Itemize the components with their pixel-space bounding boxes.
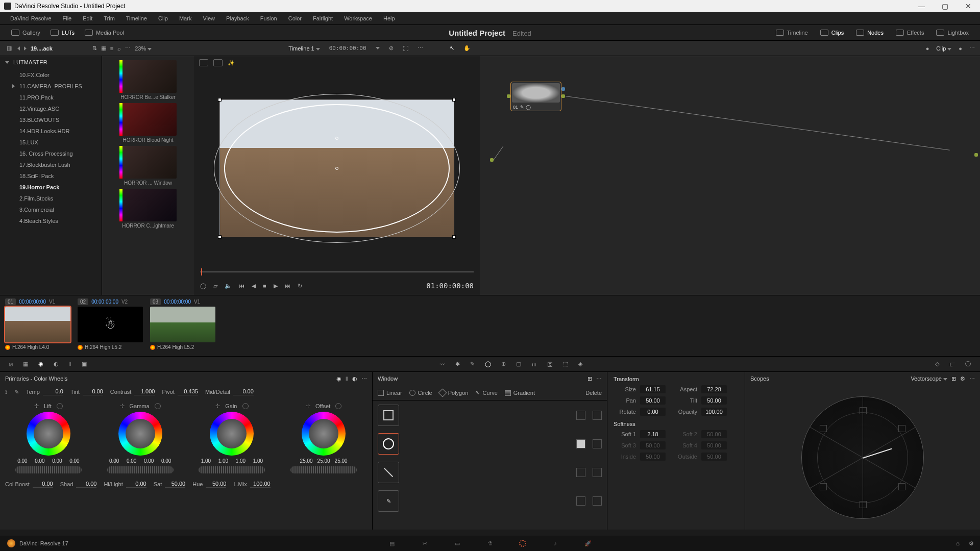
loop-region-icon[interactable]: ◯	[200, 283, 206, 289]
picker-icon[interactable]: ⊹	[34, 403, 39, 409]
nav-back-icon[interactable]	[17, 45, 20, 52]
window-more-icon[interactable]: ⋯	[596, 375, 602, 382]
timeline-selector[interactable]: Timeline 1	[288, 45, 320, 52]
hdr-icon[interactable]: ◐	[54, 361, 59, 367]
gallery-button[interactable]: Gallery	[6, 28, 45, 38]
add-gradient-window[interactable]: Gradient	[505, 390, 535, 396]
lmix-value[interactable]: 100.00	[250, 481, 271, 488]
clip-item[interactable]: 0300:00:00:00V1 H.264 High L5.2	[150, 298, 217, 353]
picker-icon[interactable]: ⊹	[306, 403, 310, 409]
viewer-canvas[interactable]	[194, 69, 480, 267]
warper-icon[interactable]: ✱	[455, 361, 460, 367]
window-pan[interactable]: 50.00	[640, 396, 666, 405]
window-soft1[interactable]: 2.18	[640, 430, 666, 438]
picker-icon[interactable]: ⊹	[120, 403, 125, 409]
fusion-page-icon[interactable]: ⚗	[485, 539, 495, 547]
nav-fwd-icon[interactable]	[24, 45, 27, 52]
reset-icon[interactable]	[155, 403, 161, 409]
picker-icon[interactable]: ⊹	[215, 403, 220, 409]
auto-balance-icon[interactable]: ⟟	[5, 389, 7, 395]
wheel-value[interactable]: 0.00	[67, 458, 82, 464]
lut-folder-item[interactable]: 12.Vintage.ASC	[0, 103, 102, 114]
menu-workspace[interactable]: Workspace	[339, 14, 377, 23]
menu-color[interactable]: Color	[283, 14, 307, 23]
window-row-circle[interactable]	[378, 433, 602, 455]
hilight-value[interactable]: 0.00	[126, 481, 146, 488]
primaries-log-mode-icon[interactable]: ◐	[352, 375, 357, 382]
lut-folder-item[interactable]: 3.Commercial	[0, 204, 102, 215]
cut-page-icon[interactable]: ✂	[420, 539, 430, 547]
lut-folder-item[interactable]: 11.CAMERA_PROFILES	[0, 81, 102, 92]
window-handle-br[interactable]	[452, 235, 456, 239]
scope-mode-dropdown[interactable]: Vectorscope	[911, 375, 947, 382]
viewer-more-icon[interactable]: ⋯	[418, 45, 423, 52]
color-match-icon[interactable]: ▦	[23, 361, 28, 367]
lut-folder-item[interactable]: 19.Horror Pack	[0, 182, 102, 193]
keyframe-icon[interactable]: ◇	[935, 361, 939, 367]
menu-trim[interactable]: Trim	[99, 14, 120, 23]
contrast-value[interactable]: 1.000	[134, 388, 155, 395]
qualifier-icon[interactable]: ✎	[470, 361, 475, 367]
pivot-value[interactable]: 0.435	[178, 388, 198, 395]
project-settings-icon[interactable]: ⚙	[969, 540, 974, 547]
menu-mark[interactable]: Mark	[174, 14, 197, 23]
play-icon[interactable]: ▶	[274, 283, 278, 289]
highlight-icon[interactable]: ✨	[228, 60, 235, 66]
window-preset-icon[interactable]: ⊞	[587, 375, 592, 382]
menu-playback[interactable]: Playback	[221, 14, 254, 23]
sat-value[interactable]: 50.00	[165, 481, 185, 488]
gamma-jog[interactable]	[107, 466, 174, 473]
lut-thumbnail[interactable]: HORROR Blood Night	[109, 103, 187, 143]
wheel-value[interactable]: 0.00	[141, 458, 157, 464]
window-palette-icon[interactable]: ◯	[485, 361, 491, 367]
clip-item[interactable]: 0100:00:00:00V1 H.264 High L4.0	[5, 298, 72, 353]
lut-folder-item[interactable]: 10.FX.Color	[0, 69, 102, 81]
add-curve-window[interactable]: ∿Curve	[475, 389, 497, 396]
wheel-value[interactable]: 25.00	[299, 458, 314, 464]
window-mask-toggle[interactable]	[593, 496, 602, 506]
media-page-icon[interactable]: ▤	[387, 539, 397, 547]
home-icon[interactable]: ⌂	[956, 540, 960, 547]
lut-folder-item[interactable]: 11.PRO.Pack	[0, 92, 102, 103]
window-row-linear[interactable]	[378, 405, 602, 426]
list-view-icon[interactable]: ≡	[110, 45, 113, 52]
add-linear-window[interactable]: Linear	[378, 390, 402, 396]
middetail-value[interactable]: 0.00	[233, 388, 254, 395]
close-button[interactable]: ✕	[957, 0, 980, 12]
wheel-value[interactable]: 1.00	[233, 458, 248, 464]
window-invert-toggle-active[interactable]	[576, 439, 585, 448]
tracker-icon[interactable]: ⊕	[501, 361, 506, 367]
wheel-value[interactable]: 25.00	[316, 458, 331, 464]
node-more-icon[interactable]: ⋯	[969, 45, 975, 52]
bypass-icon[interactable]: ⊘	[389, 45, 394, 52]
go-end-icon[interactable]: ⏭	[285, 283, 290, 289]
more-icon[interactable]: ⋯	[125, 45, 131, 52]
clip-mode-dropdown[interactable]: Clip	[936, 45, 951, 52]
split-view-icon[interactable]	[213, 59, 223, 66]
minimize-button[interactable]: —	[910, 0, 933, 12]
node-alpha-out[interactable]	[561, 87, 565, 91]
lut-folder-item[interactable]: 14.HDR.Looks.HDR	[0, 126, 102, 137]
transport-timecode[interactable]: 01:00:00:00	[426, 282, 474, 290]
menu-clip[interactable]: Clip	[153, 14, 173, 23]
grid-view-icon[interactable]: ▦	[101, 45, 106, 52]
pointer-tool-icon[interactable]: ↖	[450, 45, 454, 52]
scope-layout-icon[interactable]: ⊞	[951, 375, 956, 382]
match-frame-icon[interactable]: ▱	[213, 283, 217, 289]
offset-jog[interactable]	[290, 466, 357, 473]
wheel-value[interactable]: 1.00	[250, 458, 265, 464]
menu-edit[interactable]: Edit	[78, 14, 97, 23]
curves-icon[interactable]: 〰	[439, 361, 445, 367]
menu-resolve[interactable]: DaVinci Resolve	[5, 14, 57, 23]
wheel-value[interactable]: 1.00	[215, 458, 231, 464]
wheel-value[interactable]: 0.00	[15, 458, 30, 464]
mediapool-button[interactable]: Media Pool	[80, 28, 129, 38]
edit-page-icon[interactable]: ▭	[452, 539, 462, 547]
window-row-curve[interactable]: ✎	[378, 490, 602, 512]
scopes-toggle-icon[interactable]: ⫍	[949, 361, 955, 367]
window-anchor-top[interactable]	[335, 137, 338, 140]
node-input-dot[interactable]	[490, 158, 494, 162]
viewer-timecode[interactable]: 00:00:00:00	[329, 45, 366, 52]
wheel-value[interactable]: 0.00	[32, 458, 47, 464]
lut-thumbnail[interactable]: HORROR ... Window	[109, 146, 187, 186]
